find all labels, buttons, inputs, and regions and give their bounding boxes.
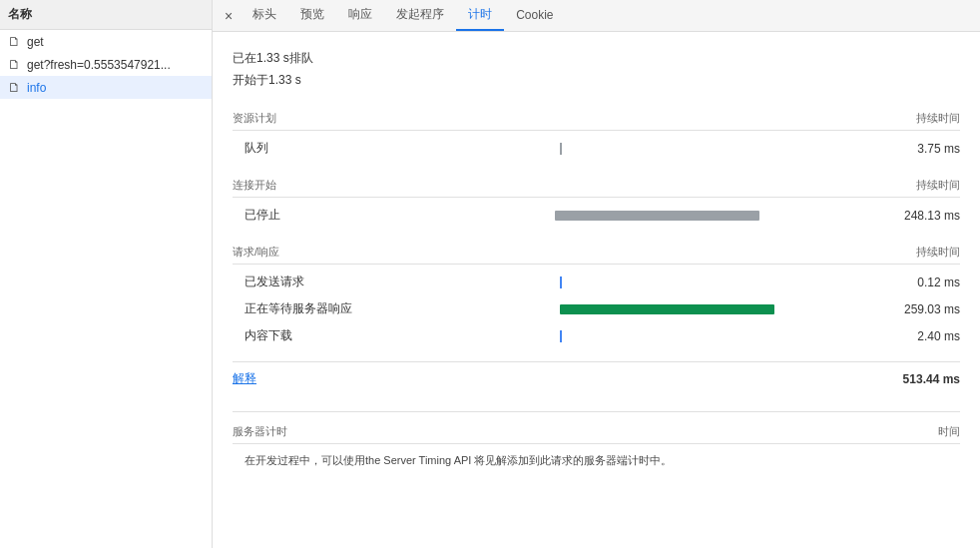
- download-value: 2.40 ms: [880, 329, 960, 343]
- tab-response[interactable]: 响应: [336, 0, 384, 31]
- resource-plan-duration-label: 持续时间: [916, 111, 960, 126]
- sidebar-header: 名称: [0, 0, 212, 30]
- sidebar-item-info[interactable]: 🗋 info: [0, 76, 212, 99]
- stalled-row: 已停止 248.13 ms: [233, 202, 960, 229]
- summary-row: 解释 513.44 ms: [233, 361, 960, 395]
- explanation-link[interactable]: 解释: [233, 370, 256, 387]
- tab-cookie[interactable]: Cookie: [504, 2, 565, 30]
- file-icon: 🗋: [8, 80, 21, 95]
- tab-initiator[interactable]: 发起程序: [384, 0, 456, 31]
- total-time: 513.44 ms: [903, 372, 960, 386]
- request-response-header: 请求/响应 持续时间: [233, 241, 960, 265]
- resource-plan-header: 资源计划 持续时间: [233, 107, 960, 131]
- tab-headers[interactable]: 标头: [241, 0, 288, 31]
- stalled-value: 248.13 ms: [880, 209, 960, 223]
- connection-section: 连接开始 持续时间 已停止 248.13 ms: [233, 174, 960, 229]
- server-timing-header: 服务器计时 时间: [233, 420, 960, 444]
- sidebar-item-label: get?fresh=0.5553547921...: [27, 58, 171, 72]
- sent-request-label: 已发送请求: [233, 274, 372, 290]
- queue-value: 3.75 ms: [880, 142, 960, 156]
- main-panel: × 标头 预览 响应 发起程序 计时 Cookie 已在1.33 s排队 开始于…: [213, 0, 980, 548]
- tab-timing[interactable]: 计时: [456, 0, 504, 31]
- sidebar-item-get[interactable]: 🗋 get: [0, 30, 212, 53]
- connection-label: 连接开始: [233, 178, 276, 193]
- request-response-label: 请求/响应: [233, 245, 279, 260]
- server-timing-time-label: 时间: [938, 424, 960, 439]
- waiting-bar: [560, 304, 774, 314]
- download-row: 内容下载 2.40 ms: [233, 322, 960, 349]
- waiting-row: 正在等待服务器响应 259.03 ms: [233, 295, 960, 322]
- sidebar-item-label: info: [27, 81, 46, 95]
- file-icon: 🗋: [8, 34, 21, 49]
- sent-request-bar-area: [372, 275, 880, 289]
- stalled-bar-area: [372, 209, 880, 223]
- file-icon: 🗋: [8, 57, 21, 72]
- resource-plan-section: 资源计划 持续时间 队列 3.75 ms: [233, 107, 960, 162]
- stalled-label: 已停止: [233, 207, 372, 224]
- queue-bar: [560, 143, 562, 155]
- connection-duration-label: 持续时间: [916, 178, 960, 193]
- sent-request-value: 0.12 ms: [880, 275, 960, 289]
- waiting-bar-area: [372, 302, 880, 316]
- sent-request-bar: [560, 276, 562, 288]
- tab-preview[interactable]: 预览: [288, 0, 336, 31]
- server-timing-label: 服务器计时: [233, 424, 287, 439]
- tab-bar: × 标头 预览 响应 发起程序 计时 Cookie: [213, 0, 980, 32]
- sidebar-item-get-fresh[interactable]: 🗋 get?fresh=0.5553547921...: [0, 53, 212, 76]
- download-bar-area: [372, 329, 880, 343]
- sidebar: 名称 🗋 get 🗋 get?fresh=0.5553547921... 🗋 i…: [0, 0, 213, 548]
- waiting-label: 正在等待服务器响应: [233, 300, 372, 317]
- download-label: 内容下载: [233, 327, 372, 344]
- queue-info-text: 已在1.33 s排队: [233, 48, 960, 70]
- timing-content: 已在1.33 s排队 开始于1.33 s 资源计划 持续时间 队列 3.75 m…: [213, 32, 980, 548]
- queue-bar-area: [372, 142, 880, 156]
- waiting-value: 259.03 ms: [880, 302, 960, 316]
- sent-request-row: 已发送请求 0.12 ms: [233, 269, 960, 295]
- server-timing-section: 服务器计时 时间 在开发过程中，可以使用the Server Timing AP…: [233, 411, 960, 470]
- queue-label: 队列: [233, 140, 372, 157]
- sidebar-item-label: get: [27, 35, 44, 49]
- queue-info: 已在1.33 s排队 开始于1.33 s: [233, 48, 960, 91]
- stalled-bar: [555, 211, 759, 221]
- start-info-text: 开始于1.33 s: [233, 70, 960, 92]
- request-response-duration-label: 持续时间: [916, 245, 960, 260]
- close-button[interactable]: ×: [217, 5, 241, 27]
- server-timing-note: 在开发过程中，可以使用the Server Timing API 将见解添加到此…: [233, 452, 960, 470]
- connection-header: 连接开始 持续时间: [233, 174, 960, 198]
- resource-plan-label: 资源计划: [233, 111, 276, 126]
- request-response-section: 请求/响应 持续时间 已发送请求 0.12 ms 正在等待服务器响应 259.0…: [233, 241, 960, 349]
- queue-row: 队列 3.75 ms: [233, 135, 960, 162]
- download-bar: [560, 330, 562, 342]
